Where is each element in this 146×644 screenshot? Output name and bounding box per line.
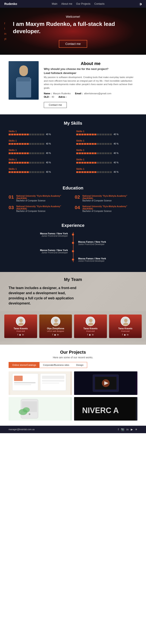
skill-block [32,152,34,154]
nav-about[interactable]: About me [61,2,72,5]
timeline-left-empty [9,257,73,262]
skill-block [107,171,109,173]
about-name-col: Name : Maxym Rudenko [44,92,71,95]
footer-pinterest-icon[interactable]: ▶ [131,428,133,431]
member-facebook-icon[interactable]: f [87,334,88,336]
skill-label: Skills 1 [76,149,137,152]
member-facebook-icon[interactable]: f [17,334,18,336]
skill-bar [76,152,112,154]
skill-block [19,143,21,145]
member-instagram-icon[interactable]: ◉ [54,334,56,336]
skill-block [92,143,94,145]
skill-block [37,162,39,164]
skill-block [27,134,29,135]
skill-percent: 40 % [46,171,51,173]
edu-institution: National University "Kyiv-Mohyla Academy… [83,195,137,200]
projects-tab-0[interactable]: Online stores/Catalogs [9,362,39,368]
theme-toggle-icon[interactable]: ◑ [139,2,142,6]
team-member-role: UI/UX web designer [41,330,70,332]
member-twitter-icon[interactable]: in [57,334,59,336]
skill-bar-row: 40 % [9,142,70,145]
about-age-col: OLD : 40 [44,96,54,98]
projects-tab-2[interactable]: Design [73,362,87,368]
nav-projects[interactable]: Our Projects [76,2,91,5]
svg-rect-23 [42,382,59,384]
member-instagram-icon[interactable]: ◉ [124,334,126,336]
skill-bar-row: 40 % [9,171,70,173]
edu-institution: National University "Kyiv-Mohyla Academy… [83,205,137,210]
nav-contacts[interactable]: Contacts [94,2,104,5]
projects-grid: NIVERC A [9,372,137,420]
member-instagram-icon[interactable]: ◉ [19,334,21,336]
skill-block [42,143,44,145]
skill-block [29,134,31,135]
skill-block [84,143,86,145]
skill-block [79,171,81,173]
timeline-company: Massa Fames / New York [9,232,68,235]
skill-block [105,162,107,164]
skill-bar-row: 40 % [9,133,70,136]
about-title: About me [44,61,137,66]
skill-block [76,134,78,135]
footer-linkedin-icon[interactable]: in [126,428,129,431]
member-twitter-icon[interactable]: in [92,334,94,336]
skill-block [27,143,29,145]
edu-number: 04 [75,205,81,210]
skill-block [110,162,112,164]
skill-block [19,152,21,154]
svg-rect-2 [17,77,30,82]
avatar-svg [86,317,95,326]
skill-label: Skills 1 [9,149,70,152]
footer-instagram-icon[interactable]: 📷 [121,428,124,431]
skill-block [9,171,11,173]
facebook-icon[interactable]: f [4,22,6,25]
team-card-2: Taras Kravets Front end f ◉ in [74,314,107,338]
member-instagram-icon[interactable]: ◉ [89,334,91,336]
projects-tab-1[interactable]: Corporate/Business sites [39,362,72,368]
skill-block [22,171,24,173]
skill-block [16,143,19,145]
nav-main[interactable]: Main [52,2,57,5]
skill-block [87,134,89,135]
member-facebook-icon[interactable]: f [122,334,123,336]
member-twitter-icon[interactable]: in [22,334,24,336]
skill-label: Skills 1 [9,168,70,170]
linkedin-icon[interactable]: in [4,32,6,35]
hero-contact-button[interactable]: Contact me [59,40,87,48]
footer-facebook-icon[interactable]: f [118,428,119,431]
skill-item-left-0: Skills 1 40 % [9,130,70,136]
svg-point-10 [89,319,93,322]
edu-text: National University "Kyiv-Mohyla Academy… [83,205,137,212]
skill-bar-row: 40 % [9,152,70,154]
skill-bar [9,162,44,164]
skill-item-right-4: Skills 1 40 % [76,168,137,173]
project-card-2-image [74,372,137,395]
team-member-role: Front end [6,330,35,332]
skill-block [34,171,37,173]
skill-block [92,134,94,135]
about-email-col: Email : albertstevano@gmail.com [75,92,111,95]
skill-bar [76,162,112,164]
svg-rect-22 [42,380,64,382]
team-member-name: Taras Kravets [6,327,35,330]
education-title: Education [9,186,137,190]
timeline-item-0: Massa Fames / New York Junior Front-End … [9,232,137,237]
member-twitter-icon[interactable]: in [127,334,129,336]
skill-block [14,171,16,173]
edu-text: National University "Kyiv-Mohyla Academy… [16,195,71,202]
about-contact-button[interactable]: Contact me [44,102,67,108]
footer-telegram-icon[interactable]: ✈ [135,428,137,431]
skill-block [102,143,104,145]
twitter-icon[interactable]: t [4,27,6,30]
skill-block [42,152,44,154]
timeline-item-2: Massa Fames / New York Junior Front-End … [9,249,137,254]
edu-number: 03 [9,205,15,210]
skill-block [84,171,86,173]
member-facebook-icon[interactable]: f [52,334,53,336]
skill-block [24,143,26,145]
skill-block [87,152,89,154]
skill-block [24,152,26,154]
youtube-icon[interactable]: yt [4,38,6,40]
edu-degree: Bachelor of Computer Science [83,210,137,212]
timeline-dot [72,242,74,244]
